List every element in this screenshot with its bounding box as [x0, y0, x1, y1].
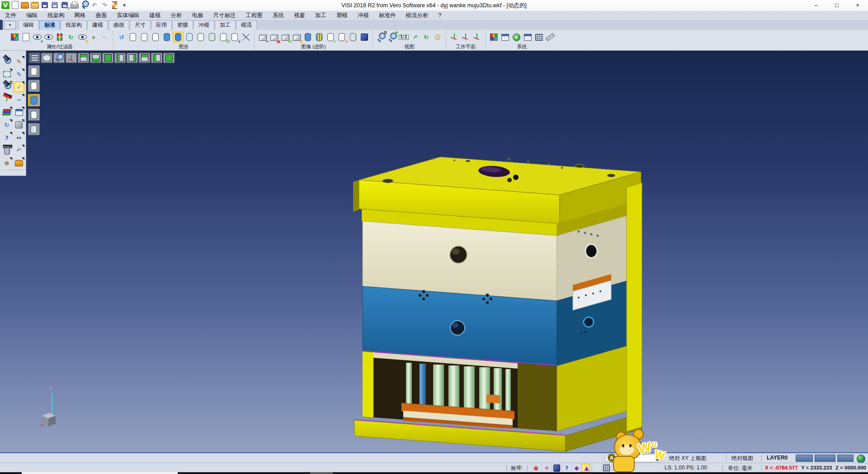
workplane-axes-icon[interactable]: [1, 94, 12, 105]
attributes-window-icon[interactable]: [500, 32, 510, 43]
solids-select-add-icon[interactable]: +: [257, 32, 268, 43]
search-icon[interactable]: [654, 455, 661, 462]
tab-9[interactable]: 加工: [215, 20, 236, 30]
window-grid-icon[interactable]: [601, 464, 610, 472]
zoom-dynamic-icon[interactable]: ±: [1, 81, 12, 92]
menu-item-15[interactable]: 冲模: [353, 12, 374, 19]
view-iso-icon[interactable]: [102, 53, 113, 63]
undo-icon[interactable]: ↶: [90, 0, 99, 9]
shaded-cylinder-icon[interactable]: [161, 32, 172, 43]
units-indicator[interactable]: 单位: 毫米: [728, 465, 753, 472]
show-all-icon[interactable]: +: [88, 32, 99, 43]
display-shaded-icon[interactable]: [28, 94, 40, 106]
attribute-books-icon[interactable]: [1, 107, 12, 118]
display-wire-icon[interactable]: [28, 65, 40, 77]
refresh-filter-icon[interactable]: ↻: [66, 32, 76, 43]
view-axon-icon[interactable]: [163, 53, 175, 63]
viewport-workplane-icon[interactable]: [66, 53, 77, 63]
view-back-icon[interactable]: [127, 53, 138, 63]
navigator-helm-icon[interactable]: ⊛: [1, 157, 12, 168]
view-right-icon[interactable]: [151, 53, 162, 63]
color-table-icon[interactable]: [488, 32, 499, 43]
transparent-cylinder-icon[interactable]: [184, 32, 195, 43]
layer-color-swatch[interactable]: [837, 455, 854, 462]
snap-help-icon[interactable]: ?: [561, 464, 570, 472]
regen-cylinder-icon[interactable]: ↻: [218, 32, 229, 43]
ime-badge[interactable]: A: [608, 454, 616, 462]
tab-10[interactable]: 模流: [236, 20, 257, 30]
visi-logo[interactable]: V: [1, 1, 9, 9]
tab-2[interactable]: 线架构: [61, 20, 87, 30]
tab-6[interactable]: 应用: [151, 20, 172, 30]
menu-item-18[interactable]: ?: [434, 12, 447, 19]
open-file-icon[interactable]: [20, 0, 29, 9]
view-mode-label[interactable]: 绝对 XY 上视图: [669, 455, 706, 462]
curve-edit-icon[interactable]: ✎: [14, 69, 24, 80]
menu-item-3[interactable]: 网格: [70, 12, 91, 19]
close-button[interactable]: ×: [847, 0, 868, 10]
snap-pick-icon[interactable]: ★: [542, 464, 550, 472]
tab-3[interactable]: 建模: [87, 20, 108, 30]
new-file-icon[interactable]: [10, 0, 19, 9]
attributes-brush-icon[interactable]: [9, 32, 20, 43]
confirm-check-icon[interactable]: ✓: [14, 81, 24, 92]
tab-8[interactable]: 冲模: [193, 20, 214, 30]
grid-view-icon[interactable]: [14, 107, 24, 118]
redo-icon[interactable]: ↷: [100, 0, 109, 9]
display-tools-icon[interactable]: [241, 32, 251, 43]
graphics-viewport[interactable]: ✎✎±✓~↻?↔↶⊛ Z: [0, 51, 868, 452]
shaded-edges-cylinder-icon[interactable]: [173, 32, 184, 43]
hidden-line-cylinder-icon[interactable]: [139, 32, 150, 43]
viewport-menu-icon[interactable]: [29, 53, 40, 63]
absolute-view-label[interactable]: 绝对视图: [731, 455, 753, 462]
layer-color-swatch[interactable]: [796, 455, 813, 462]
view-direction-icon[interactable]: ↗: [410, 32, 420, 43]
toolbar-dropdown-button[interactable]: ▼: [4, 21, 16, 29]
tab-1[interactable]: 标准: [39, 20, 60, 30]
minimize-button[interactable]: –: [806, 0, 826, 10]
zoom-window-icon[interactable]: ±: [376, 32, 387, 43]
display-hidden-icon[interactable]: [28, 80, 40, 92]
frame-select-icon[interactable]: [1, 69, 12, 80]
solids-filter-icon[interactable]: ◉: [269, 32, 279, 43]
tab-4[interactable]: 曲面: [108, 20, 129, 30]
view-front-icon[interactable]: [114, 53, 126, 63]
menu-item-16[interactable]: 标准件: [374, 12, 401, 19]
hide-remove-icon[interactable]: −: [43, 32, 54, 43]
layer-indicator[interactable]: LAYER0: [767, 455, 788, 461]
view-top-icon[interactable]: [78, 53, 89, 63]
quickbar-more-icon[interactable]: ▾: [120, 0, 129, 9]
menu-item-13[interactable]: 加工: [310, 12, 331, 19]
solid-cylinder-icon[interactable]: [302, 32, 313, 43]
save-icon[interactable]: [40, 0, 49, 9]
help-icon[interactable]: ?: [1, 132, 12, 143]
save-as-icon[interactable]: [50, 0, 59, 9]
layout-window-icon[interactable]: [522, 32, 533, 43]
scale-indicator[interactable]: LS: 1.00 PS: 1.00: [665, 465, 707, 471]
measure-ruler-icon[interactable]: [545, 32, 556, 43]
menu-item-1[interactable]: 编辑: [21, 12, 42, 19]
trash-icon[interactable]: [1, 145, 12, 156]
view-filter-icon[interactable]: [1, 56, 12, 67]
show-add-icon[interactable]: +: [32, 32, 42, 43]
menu-item-11[interactable]: 系统: [268, 12, 289, 19]
hide-all-icon[interactable]: −: [99, 32, 110, 43]
snap-solid-icon[interactable]: ▲: [581, 464, 590, 472]
solid-box-icon[interactable]: [14, 119, 24, 130]
workplane-move-icon[interactable]: [460, 32, 471, 43]
verify-cylinder-icon[interactable]: ✓: [325, 32, 336, 43]
erase-edit-icon[interactable]: ✎: [14, 56, 24, 67]
panel-handle[interactable]: [3, 170, 23, 173]
view-bottom-icon[interactable]: [90, 53, 101, 63]
menu-item-2[interactable]: 线架构: [42, 12, 70, 19]
menu-item-10[interactable]: 工程图: [241, 12, 268, 19]
menu-item-0[interactable]: 文件: [0, 12, 21, 19]
view-appearance-icon[interactable]: ☺: [432, 32, 443, 43]
mold-3d-model[interactable]: [0, 51, 868, 452]
print-icon[interactable]: [70, 0, 79, 9]
view-left-icon[interactable]: [139, 53, 150, 63]
copy-view-cylinder-icon[interactable]: +: [229, 32, 240, 43]
menu-item-14[interactable]: 塑模: [331, 12, 353, 19]
graphics-regen-icon[interactable]: ↺: [116, 32, 127, 43]
hatched-cylinder-icon[interactable]: [207, 32, 217, 43]
